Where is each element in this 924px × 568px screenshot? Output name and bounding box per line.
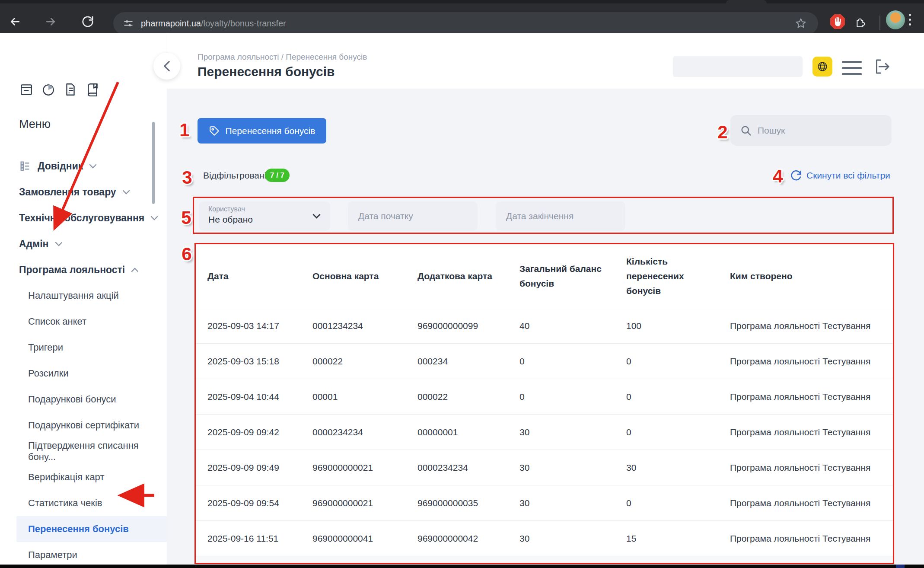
sidebar-subitem[interactable]: Тригери bbox=[0, 335, 167, 361]
table-cell: 00000001 bbox=[417, 427, 519, 437]
transfers-table: Дата Основна карта Додаткова карта Загал… bbox=[194, 243, 894, 564]
book-icon[interactable] bbox=[85, 82, 100, 97]
reset-filters-link[interactable]: Скинути всі фільтри bbox=[790, 169, 890, 182]
sidebar-subitem[interactable]: Перенесення бонусів bbox=[16, 516, 167, 542]
collapse-sidebar-button[interactable] bbox=[153, 53, 180, 80]
table-cell: 0 bbox=[626, 427, 730, 437]
search-box bbox=[730, 115, 892, 146]
search-input[interactable] bbox=[758, 125, 882, 136]
table-cell: 000234 bbox=[417, 356, 519, 367]
browser-forward-button[interactable] bbox=[41, 13, 60, 31]
url-bar[interactable]: pharmapoint.ua/loyalty/bonus-transfer bbox=[113, 12, 818, 35]
table-cell: 0000234234 bbox=[417, 463, 519, 473]
sidebar-quick-icons bbox=[19, 82, 100, 97]
pie-chart-icon[interactable] bbox=[41, 82, 56, 97]
table-cell: 0 bbox=[626, 392, 730, 402]
sidebar-subitem[interactable]: Подарункові бонуси bbox=[0, 386, 167, 412]
list-icon bbox=[19, 160, 31, 172]
reset-icon bbox=[790, 169, 802, 182]
table-cell: 969000000021 bbox=[312, 498, 417, 508]
url-path: /loyalty/bonus-transfer bbox=[201, 19, 286, 28]
site-info-icon[interactable] bbox=[123, 18, 134, 29]
date-from-input[interactable] bbox=[358, 211, 475, 221]
filtered-count-badge: 7 / 7 bbox=[265, 169, 290, 182]
table-cell: 30 bbox=[519, 498, 626, 508]
table-cell: 0 bbox=[626, 356, 730, 367]
sidebar-subitem[interactable]: Розсилки bbox=[0, 361, 167, 386]
sidebar-subitem[interactable]: Параметри bbox=[0, 542, 167, 568]
table-cell: 30 bbox=[519, 463, 626, 473]
table-cell: 0 bbox=[519, 356, 626, 367]
table-cell: Програма лояльності Тестування bbox=[730, 392, 893, 402]
sidebar-subitem[interactable]: Подарункові сертифікати bbox=[0, 412, 167, 438]
sidebar-subitem-label: Подарункові бонуси bbox=[28, 394, 116, 405]
table-cell: 2025-09-09 09:49 bbox=[207, 463, 312, 473]
sidebar-item-zamovlennya[interactable]: Замовлення товару bbox=[0, 179, 167, 205]
sidebar-subitem-label: Перенесення бонусів bbox=[28, 523, 129, 535]
screen: pharmapoint.ua/loyalty/bonus-transfer bbox=[0, 0, 924, 568]
profile-avatar[interactable] bbox=[886, 10, 905, 29]
taskbar-accent bbox=[896, 565, 905, 568]
browser-back-button[interactable] bbox=[6, 13, 24, 31]
table-row: 2025-09-09 09:54969000000021969000000035… bbox=[196, 485, 893, 520]
sidebar-subitem[interactable]: Налаштування акцій bbox=[0, 283, 167, 309]
sidebar-subitem[interactable]: Підтвердження списання бону... bbox=[0, 438, 167, 464]
chevron-down-icon bbox=[89, 164, 97, 169]
taskbar-strip bbox=[0, 565, 924, 568]
table-cell: 0 bbox=[626, 498, 730, 508]
filters-annotation-rect: Користувач Не обрано bbox=[193, 197, 894, 234]
extensions-puzzle-icon[interactable] bbox=[852, 13, 870, 31]
sidebar-subitem-label: Подарункові сертифікати bbox=[28, 420, 139, 431]
filtered-label: Відфільтровані: bbox=[203, 170, 269, 181]
logout-icon bbox=[873, 58, 891, 75]
sidebar-subitem-label: Параметри bbox=[28, 549, 77, 561]
browser-menu-icon[interactable] bbox=[909, 14, 911, 26]
transfer-bonuses-button[interactable]: Перенесення бонусів bbox=[198, 118, 326, 144]
app-menu-button[interactable] bbox=[842, 61, 862, 75]
table-cell: 100 bbox=[626, 321, 730, 331]
table-row: 2025-09-03 15:1800002200023400Програма л… bbox=[196, 343, 893, 379]
sidebar-item-label: Адмін bbox=[19, 238, 49, 250]
date-to-input[interactable] bbox=[506, 211, 623, 221]
chevron-left-icon bbox=[162, 61, 171, 72]
transfer-bonuses-label: Перенесення бонусів bbox=[226, 126, 315, 136]
date-to-field bbox=[496, 201, 625, 231]
sidebar-item-tehnichne[interactable]: Технічне обслуговування bbox=[0, 205, 167, 231]
sidebar-item-dovidnyk[interactable]: Довідник bbox=[0, 153, 167, 179]
document-icon[interactable] bbox=[63, 82, 78, 97]
sidebar-subitem[interactable]: Список анкет bbox=[0, 309, 167, 335]
forward-arrow-icon bbox=[44, 15, 57, 28]
sidebar-subitem[interactable]: Статистика чеків bbox=[0, 490, 167, 516]
user-filter-value: Не обрано bbox=[208, 214, 321, 225]
sidebar-item-label: Довідник bbox=[38, 160, 83, 172]
bookmark-star-icon[interactable] bbox=[795, 17, 807, 31]
sidebar-subitem-label: Розсилки bbox=[28, 368, 69, 379]
table-cell: 2025-09-03 14:17 bbox=[207, 321, 312, 331]
logout-button[interactable] bbox=[872, 57, 892, 77]
table-cell: Програма лояльності Тестування bbox=[730, 533, 893, 544]
table-cell: 2025-09-04 10:44 bbox=[207, 392, 312, 402]
column-header: Дата bbox=[207, 269, 312, 284]
sidebar-subitem-label: Тригери bbox=[28, 342, 63, 353]
table-cell: 30 bbox=[626, 463, 730, 473]
sidebar-subitem[interactable]: Верифікація карт bbox=[0, 464, 167, 490]
table-cell: 0000234234 bbox=[312, 427, 417, 437]
drawer-icon[interactable] bbox=[19, 82, 34, 97]
back-arrow-icon bbox=[9, 15, 22, 28]
browser-reload-button[interactable] bbox=[79, 13, 97, 31]
table-cell: 30 bbox=[519, 533, 626, 544]
reload-icon bbox=[81, 15, 94, 28]
language-button[interactable] bbox=[812, 57, 832, 77]
table-cell: Програма лояльності Тестування bbox=[730, 427, 893, 437]
table-footer bbox=[196, 556, 893, 563]
table-cell: 15 bbox=[626, 533, 730, 544]
page-title: Перенесення бонусів bbox=[198, 64, 335, 79]
sidebar-item-label: Програма лояльності bbox=[19, 264, 125, 276]
table-cell: 000022 bbox=[417, 392, 519, 402]
table-cell: 969000000035 bbox=[417, 498, 519, 508]
user-filter-select[interactable]: Користувач Не обрано bbox=[199, 201, 330, 231]
sidebar-item-loyalty[interactable]: Програма лояльності bbox=[0, 257, 167, 283]
user-filter-label: Користувач bbox=[208, 205, 321, 213]
sidebar-item-admin[interactable]: Адмін bbox=[0, 231, 167, 257]
adblock-extension-icon[interactable] bbox=[828, 13, 847, 31]
